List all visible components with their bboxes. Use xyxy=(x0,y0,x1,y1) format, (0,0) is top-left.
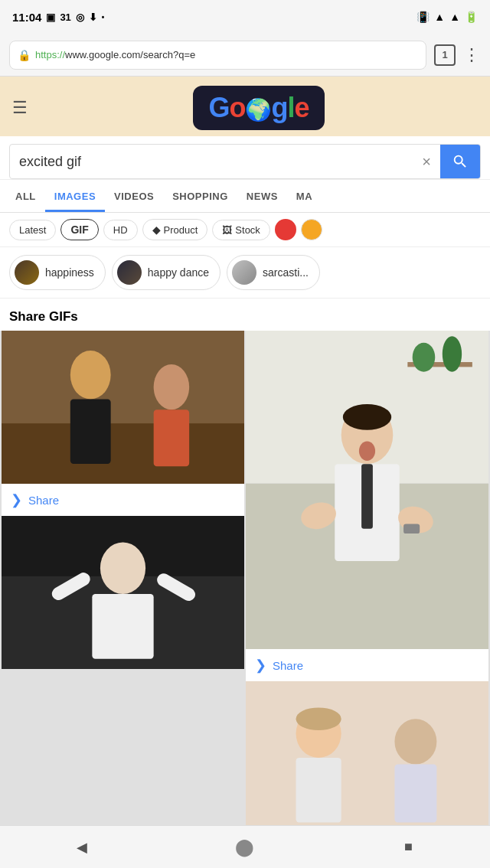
doodle-container: Go🌍gle xyxy=(193,86,324,130)
hamburger-menu[interactable]: ☰ xyxy=(12,100,28,116)
tab-news[interactable]: NEWS xyxy=(237,180,287,212)
suggestion-sarcastic-avatar xyxy=(232,260,256,285)
lock-icon: 🔒 xyxy=(18,49,31,61)
search-button[interactable] xyxy=(440,144,480,179)
svg-rect-26 xyxy=(246,681,488,834)
gif-hills-share-bar[interactable]: ❯ Share xyxy=(2,484,244,516)
clap-scene xyxy=(246,331,488,649)
google-doodle: Go🌍gle xyxy=(40,86,478,130)
download-icon: ⬇ xyxy=(89,11,97,23)
back-icon: ◀ xyxy=(77,839,87,856)
gif-laugh-image xyxy=(246,681,488,834)
grid-left-column: TheHills MTV ❯ Share xyxy=(2,331,244,834)
tab-maps[interactable]: MA xyxy=(287,180,322,212)
svg-rect-9 xyxy=(92,594,153,659)
svg-rect-21 xyxy=(361,464,373,529)
google-header: ☰ Go🌍gle xyxy=(0,77,490,136)
search-box: excited gif × xyxy=(9,144,481,179)
filter-color-yellow[interactable] xyxy=(301,219,322,240)
suggestion-happy-dance-avatar xyxy=(117,260,142,285)
gif-hills-image: TheHills MTV xyxy=(2,331,244,484)
filter-color-red[interactable] xyxy=(275,219,296,240)
gif-card-hills[interactable]: TheHills MTV ❯ Share xyxy=(2,331,244,516)
svg-point-30 xyxy=(394,719,436,764)
svg-rect-3 xyxy=(70,399,111,464)
search-input[interactable]: excited gif xyxy=(10,154,413,170)
gif-clap-image xyxy=(246,331,488,649)
gif-startalk-image: StarTalk xyxy=(2,516,244,669)
tab-all[interactable]: ALL xyxy=(6,180,45,212)
suggestion-sarcastic-label: sarcasti... xyxy=(263,266,309,279)
recent-icon: ■ xyxy=(404,839,413,855)
gif-clap-share-bar[interactable]: ❯ Share xyxy=(246,649,488,681)
tab-videos[interactable]: VIDEOS xyxy=(105,180,163,212)
doodle-text: Go🌍gle xyxy=(208,92,309,124)
dot-icon: • xyxy=(102,13,105,21)
svg-point-17 xyxy=(443,336,462,371)
suggestion-happy-dance[interactable]: happy dance xyxy=(112,255,220,290)
nav-back-button[interactable]: ◀ xyxy=(67,832,97,863)
suggestions-row: happiness happy dance sarcasti... xyxy=(0,247,490,299)
filter-hd[interactable]: HD xyxy=(103,220,138,240)
sim-icon: ▣ xyxy=(46,11,55,23)
suggestion-happiness[interactable]: happiness xyxy=(9,255,106,290)
status-bar-left: 11:04 ▣ 31 ◎ ⬇ • xyxy=(12,11,104,24)
search-clear-button[interactable]: × xyxy=(413,153,440,171)
diamond-icon: ◆ xyxy=(152,224,161,236)
suggestion-happiness-avatar xyxy=(15,260,39,285)
share-icon-hills: ❯ xyxy=(11,491,22,508)
url-text: https://www.google.com/search?q=e xyxy=(35,49,418,60)
filter-stock[interactable]: 🖼 Stock xyxy=(212,220,270,240)
location-icon: ◎ xyxy=(76,11,84,23)
gif-card-laugh[interactable] xyxy=(246,681,488,834)
svg-point-16 xyxy=(413,343,436,372)
share-label-clap: Share xyxy=(273,659,303,672)
tab-shopping[interactable]: SHOPPING xyxy=(163,180,237,212)
search-section: excited gif × xyxy=(0,136,490,180)
calendar-icon: 31 xyxy=(60,11,70,23)
suggestion-happiness-label: happiness xyxy=(45,266,94,279)
suggestion-sarcastic[interactable]: sarcasti... xyxy=(227,255,320,290)
svg-rect-5 xyxy=(154,410,189,466)
gif-card-startalk[interactable]: StarTalk xyxy=(2,516,244,669)
image-icon: 🖼 xyxy=(222,224,232,236)
image-grid: TheHills MTV ❯ Share xyxy=(0,331,490,834)
nav-recent-button[interactable]: ■ xyxy=(393,832,423,863)
svg-point-2 xyxy=(70,351,111,399)
share-icon-clap: ❯ xyxy=(255,657,266,674)
filter-latest[interactable]: Latest xyxy=(9,220,56,240)
nav-tabs: ALL IMAGES VIDEOS SHOPPING NEWS MA xyxy=(0,180,490,213)
share-label-hills: Share xyxy=(28,494,59,507)
gif-card-clap[interactable]: ❯ Share xyxy=(246,331,488,681)
svg-point-29 xyxy=(296,707,341,730)
browser-menu-button[interactable]: ⋮ xyxy=(463,45,481,65)
hills-scene xyxy=(2,331,244,484)
signal-icon: ▲ xyxy=(449,11,460,23)
filter-product[interactable]: ◆ Product xyxy=(142,219,208,240)
filter-gif[interactable]: GIF xyxy=(60,219,98,240)
home-icon: ⬤ xyxy=(235,837,254,857)
battery-icon: 🔋 xyxy=(465,11,478,23)
startalk-scene xyxy=(2,516,244,669)
time-display: 11:04 xyxy=(12,11,41,24)
browser-bar: 🔒 https://www.google.com/search?q=e 1 ⋮ xyxy=(0,34,490,77)
url-bar[interactable]: 🔒 https://www.google.com/search?q=e xyxy=(9,41,426,70)
nav-home-button[interactable]: ⬤ xyxy=(230,832,260,863)
tab-images[interactable]: IMAGES xyxy=(45,180,105,212)
svg-point-25 xyxy=(359,442,375,461)
filter-row: Latest GIF HD ◆ Product 🖼 Stock xyxy=(0,213,490,247)
search-icon xyxy=(452,153,469,170)
wifi-icon: ▲ xyxy=(434,11,445,23)
suggestion-happy-dance-label: happy dance xyxy=(148,266,209,279)
svg-point-4 xyxy=(154,364,189,410)
svg-point-19 xyxy=(343,404,391,430)
svg-rect-24 xyxy=(403,524,420,534)
svg-rect-1 xyxy=(2,423,244,484)
section-header-share-gifs: Share GIFs xyxy=(0,299,490,331)
svg-rect-28 xyxy=(296,758,341,823)
status-bar: 11:04 ▣ 31 ◎ ⬇ • 📳 ▲ ▲ 🔋 xyxy=(0,0,490,34)
tab-count[interactable]: 1 xyxy=(434,44,456,66)
bottom-nav-bar: ◀ ⬤ ■ xyxy=(0,825,490,868)
grid-right-column: ❯ Share xyxy=(246,331,488,834)
svg-point-8 xyxy=(100,542,145,594)
